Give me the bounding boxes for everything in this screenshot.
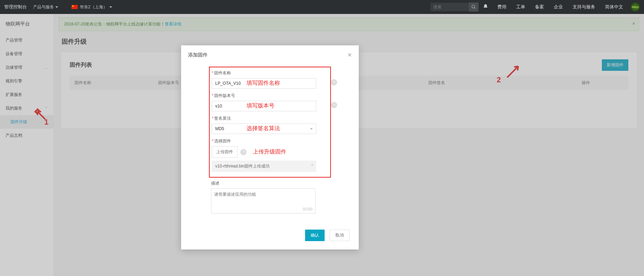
field-version: *固件版本号 ? 填写版本号 [212,93,328,111]
search-icon [471,5,476,9]
svg-line-1 [474,8,475,9]
notifications-button[interactable] [479,4,492,10]
china-flag-icon [71,5,78,9]
field-file: *选择固件 上传固件 ? 上传升级固件 v10-rtthread.bin固件上传… [212,138,328,172]
nav-record[interactable]: 备案 [530,4,549,10]
search-input[interactable] [430,3,469,11]
chevron-down-icon [310,128,313,130]
field-name: *固件名称 ? 填写固件名称 [212,70,328,89]
desc-count: 0/100 [303,207,312,211]
version-label: 固件版本号 [214,93,235,98]
modal-title: 添加固件 [188,52,208,58]
help-icon[interactable]: ? [240,149,247,155]
upload-status-text: v10-rtthread.bin固件上传成功 [215,164,270,169]
nav-support[interactable]: 支持与服务 [568,4,600,10]
algo-label: 签名算法 [214,116,231,121]
console-label: 管理控制台 [4,4,27,10]
nav-ticket[interactable]: 工单 [511,4,530,10]
nav-fee[interactable]: 费用 [492,4,511,10]
name-label: 固件名称 [214,70,231,75]
help-icon[interactable]: ? [331,79,337,85]
confirm-button[interactable]: 确认 [305,230,325,241]
close-icon[interactable]: × [348,51,352,59]
products-label: 产品与服务 [33,4,54,10]
algo-value: MD5 [215,126,224,131]
search-button[interactable] [469,2,479,12]
annotation-upload: 上传升级固件 [253,148,286,156]
desc-label: 描述 [211,180,329,186]
cancel-button[interactable]: 取消 [329,230,350,241]
field-algo: *签名算法 MD5 选择签名算法 [212,115,328,134]
upload-button[interactable]: 上传固件 [212,146,238,158]
firmware-name-input[interactable] [212,78,316,89]
topbar: 管理控制台 产品与服务 华东2（上海） 费用 工单 备案 企业 支持与服务 简体… [0,0,644,14]
chevron-down-icon [109,6,112,8]
region-label: 华东2（上海） [80,4,107,10]
nav-enterprise[interactable]: 企业 [549,4,568,10]
firmware-version-input[interactable] [212,101,316,111]
svg-point-0 [472,5,475,8]
chevron-down-icon [55,6,58,8]
products-dropdown[interactable]: 产品与服务 [33,4,58,10]
upload-status: v10-rtthread.bin固件上传成功 × [212,161,316,172]
nav-lang[interactable]: 简体中文 [600,4,628,10]
bell-icon [483,4,488,9]
field-desc: 描述 0/100 [211,180,329,214]
file-label: 选择固件 [214,139,231,143]
algo-select[interactable]: MD5 [212,124,316,134]
search-box [430,2,479,12]
add-firmware-modal: 添加固件 × *固件名称 ? 填写固件名称 *固件版本号 ? 填写版本号 *签名… [181,45,359,249]
avatar[interactable]: Murp [631,2,640,12]
region-selector[interactable]: 华东2（上海） [71,4,112,10]
help-icon[interactable]: ? [331,102,337,108]
remove-file-icon[interactable]: × [311,163,313,167]
annotation-box: *固件名称 ? 填写固件名称 *固件版本号 ? 填写版本号 *签名算法 MD5 … [209,67,331,178]
desc-textarea[interactable] [211,189,315,213]
